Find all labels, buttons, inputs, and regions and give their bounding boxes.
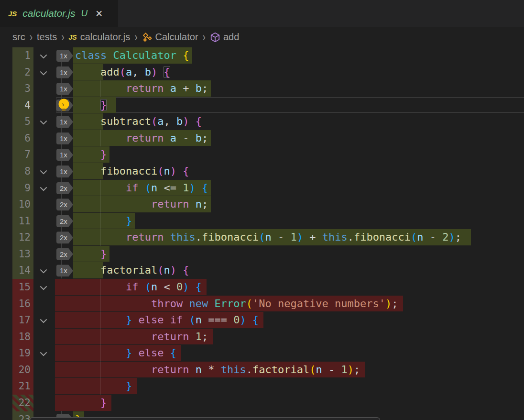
tab-calculator-js[interactable]: JS calculator.js U ✕ <box>0 0 118 27</box>
line-number[interactable]: 8 <box>12 163 31 180</box>
fold-chevron-down-icon[interactable] <box>38 167 49 177</box>
code-line-6[interactable]: 61x return a - b; <box>0 130 524 147</box>
code-text[interactable]: add(a, b) { <box>75 64 170 81</box>
code-line-16[interactable]: 16 throw new Error('No negative numbers'… <box>0 296 524 312</box>
execution-count-badge: 1x <box>56 50 73 62</box>
code-text[interactable]: } <box>75 97 107 114</box>
breadcrumb-src[interactable]: src <box>12 32 25 43</box>
close-icon[interactable]: ✕ <box>95 8 103 19</box>
code-text[interactable]: if (n <= 1) { <box>75 180 208 197</box>
code-text[interactable]: factorial(n) { <box>75 262 189 279</box>
code-text[interactable]: } else if (n === 0) { <box>75 312 259 329</box>
code-text[interactable]: } <box>75 213 132 230</box>
execution-count-badge: 1x <box>56 166 73 177</box>
code-text[interactable]: return a - b; <box>75 130 208 147</box>
code-text[interactable]: subtract(a, b) { <box>75 113 202 130</box>
line-number[interactable]: 1 <box>12 47 31 64</box>
code-line-17[interactable]: 17 } else if (n === 0) { <box>0 312 524 329</box>
code-line-19[interactable]: 19 } else { <box>0 345 524 362</box>
code-text[interactable]: throw new Error('No negative numbers'); <box>75 296 398 312</box>
code-line-22[interactable]: 22 } <box>0 395 524 411</box>
line-number[interactable]: 13 <box>12 246 31 263</box>
code-line-2[interactable]: 21x add(a, b) { <box>0 64 524 81</box>
execution-count-badge: 1x <box>56 265 73 276</box>
code-line-7[interactable]: 71x } <box>0 146 524 163</box>
execution-count-badge: 1x <box>56 116 73 128</box>
breadcrumb-label: add <box>223 32 239 43</box>
code-line-1[interactable]: 11xclass Calculator { <box>0 47 524 64</box>
code-text[interactable]: return this.fibonacci(n - 1) + this.fibo… <box>75 229 461 246</box>
breadcrumb-method[interactable]: add <box>210 32 239 43</box>
line-number[interactable]: 5 <box>12 113 31 130</box>
line-number[interactable]: 11 <box>12 213 31 230</box>
line-number[interactable]: 12 <box>12 229 31 246</box>
line-number[interactable]: 14 <box>12 262 31 279</box>
code-line-10[interactable]: 102x return n; <box>0 196 524 213</box>
execution-count-badge: 1x <box>56 149 73 161</box>
code-line-8[interactable]: 81x fibonacci(n) { <box>0 163 524 180</box>
code-line-14[interactable]: 141x factorial(n) { <box>0 262 524 279</box>
line-number[interactable]: 6 <box>12 130 31 147</box>
bracket-match-highlight: } <box>100 99 107 111</box>
line-number[interactable]: 10 <box>12 196 31 213</box>
line-number[interactable]: 16 <box>12 296 31 312</box>
line-number[interactable]: 2 <box>12 64 31 81</box>
code-text[interactable]: return n * this.factorial(n - 1); <box>75 362 360 378</box>
line-number[interactable]: 21 <box>12 378 31 395</box>
execution-count-badge: 2x <box>56 199 73 210</box>
breadcrumb-file[interactable]: JS calculator.js <box>69 32 131 43</box>
fold-chevron-down-icon[interactable] <box>38 117 49 128</box>
code-line-13[interactable]: 132x } <box>0 246 524 263</box>
code-text[interactable]: } <box>75 146 107 163</box>
lightbulb-quickfix-icon[interactable] <box>57 98 70 114</box>
code-text[interactable]: } else { <box>75 345 176 362</box>
code-line-21[interactable]: 21 } <box>0 378 524 395</box>
fold-chevron-down-icon[interactable] <box>38 68 49 78</box>
code-text[interactable]: fibonacci(n) { <box>75 163 189 180</box>
code-line-20[interactable]: 20 return n * this.factorial(n - 1); <box>0 362 524 378</box>
hover-widget-edge <box>30 417 380 420</box>
line-number[interactable]: 22 <box>12 395 31 411</box>
code-line-15[interactable]: 15 if (n < 0) { <box>0 279 524 296</box>
git-status-badge: U <box>81 8 87 19</box>
line-number[interactable]: 15 <box>12 279 31 296</box>
symbol-class-icon <box>142 32 153 43</box>
code-line-4[interactable]: 41x } <box>0 97 524 114</box>
line-number[interactable]: 7 <box>12 146 31 163</box>
breadcrumb-label: Calculator <box>155 32 198 43</box>
line-number[interactable]: 4 <box>12 97 31 114</box>
execution-count-badge: 2x <box>56 182 73 194</box>
code-line-9[interactable]: 92x if (n <= 1) { <box>0 180 524 197</box>
fold-chevron-down-icon[interactable] <box>38 316 49 326</box>
code-line-5[interactable]: 51x subtract(a, b) { <box>0 113 524 130</box>
line-number[interactable]: 18 <box>12 329 31 345</box>
line-number[interactable]: 9 <box>12 180 31 197</box>
breadcrumb-label: tests <box>37 32 57 43</box>
line-number[interactable]: 20 <box>12 362 31 378</box>
code-line-3[interactable]: 31x return a + b; <box>0 80 524 97</box>
line-number[interactable]: 17 <box>12 312 31 329</box>
code-text[interactable]: return a + b; <box>75 80 208 97</box>
fold-chevron-down-icon[interactable] <box>38 349 49 359</box>
breadcrumb-class[interactable]: Calculator <box>142 32 198 43</box>
code-text[interactable]: if (n < 0) { <box>75 279 202 296</box>
code-text[interactable]: class Calculator { <box>75 47 189 64</box>
code-line-12[interactable]: 122x return this.fibonacci(n - 1) + this… <box>0 229 524 246</box>
fold-chevron-down-icon[interactable] <box>38 51 49 62</box>
line-number[interactable]: 3 <box>12 80 31 97</box>
breadcrumb: src › tests › JS calculator.js › Calcula… <box>0 27 524 47</box>
code-text[interactable]: } <box>75 395 107 411</box>
fold-chevron-down-icon[interactable] <box>38 266 49 276</box>
line-number[interactable]: 19 <box>12 345 31 362</box>
code-text[interactable]: return 1; <box>75 329 208 345</box>
js-file-icon: JS <box>69 33 77 41</box>
code-text[interactable]: } <box>75 246 107 263</box>
code-text[interactable]: } <box>75 378 132 395</box>
line-number[interactable]: 23 <box>12 411 31 420</box>
code-text[interactable]: return n; <box>75 196 208 213</box>
fold-chevron-down-icon[interactable] <box>38 184 49 194</box>
breadcrumb-tests[interactable]: tests <box>37 32 57 43</box>
code-line-18[interactable]: 18 return 1; <box>0 329 524 345</box>
fold-chevron-down-icon[interactable] <box>38 283 49 293</box>
code-line-11[interactable]: 112x } <box>0 213 524 230</box>
